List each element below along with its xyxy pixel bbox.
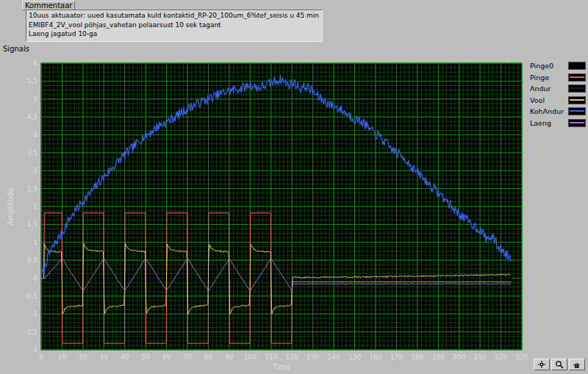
legend-item-label: Pinge0 bbox=[530, 62, 553, 70]
comment-line-3: Laeng jagatud 10-ga bbox=[29, 29, 320, 39]
comment-line-2: EMIBF4_2V_vool põhjas_vahetan polaarsust… bbox=[29, 21, 320, 30]
svg-text:230: 230 bbox=[515, 353, 528, 361]
chart-plot-area[interactable]: 0102030405060708090100110120130140150160… bbox=[6, 54, 528, 370]
svg-text:200: 200 bbox=[453, 353, 465, 361]
svg-text:150: 150 bbox=[348, 353, 361, 361]
svg-text:0: 0 bbox=[39, 353, 43, 361]
svg-text:100: 100 bbox=[244, 353, 257, 361]
legend-item-kohandur[interactable]: KohAndur bbox=[530, 106, 586, 118]
svg-text:10: 10 bbox=[58, 353, 67, 361]
svg-text:2,5: 2,5 bbox=[27, 185, 37, 193]
svg-text:4: 4 bbox=[33, 132, 37, 139]
svg-text:190: 190 bbox=[432, 353, 445, 361]
svg-text:140: 140 bbox=[328, 353, 340, 361]
magnifier-icon bbox=[555, 360, 564, 369]
svg-text:3,5: 3,5 bbox=[27, 149, 37, 157]
svg-text:60: 60 bbox=[162, 353, 171, 361]
comment-label: Kommentaar bbox=[22, 1, 75, 10]
hand-icon bbox=[573, 360, 581, 369]
legend-item-andur[interactable]: Andur bbox=[530, 83, 586, 95]
svg-text:110: 110 bbox=[265, 353, 277, 361]
legend-color-sample bbox=[568, 62, 586, 70]
chart-legend: Pinge0PingeAndurVoolKohAndurLaeng bbox=[530, 60, 586, 129]
svg-text:-0,5: -0,5 bbox=[24, 292, 37, 300]
legend-color-sample bbox=[568, 73, 586, 82]
svg-text:170: 170 bbox=[390, 353, 403, 361]
legend-item-laeng[interactable]: Laeng bbox=[530, 118, 586, 129]
svg-text:220: 220 bbox=[495, 353, 507, 361]
svg-text:50: 50 bbox=[141, 353, 150, 361]
legend-item-label: Laeng bbox=[530, 119, 551, 127]
svg-text:40: 40 bbox=[121, 353, 129, 361]
legend-item-label: Pinge bbox=[530, 73, 549, 82]
svg-text:3: 3 bbox=[33, 167, 37, 174]
legend-item-vool[interactable]: Vool bbox=[530, 95, 586, 107]
svg-text:6: 6 bbox=[33, 60, 37, 67]
svg-text:120: 120 bbox=[286, 353, 298, 361]
legend-color-sample bbox=[568, 84, 586, 93]
legend-color-sample bbox=[568, 119, 586, 127]
signals-label: Signals bbox=[3, 45, 29, 53]
comment-line-1: 10uus aktuaator: uued kasutamata kuld ko… bbox=[29, 11, 320, 21]
svg-text:-1: -1 bbox=[31, 310, 37, 317]
legend-item-label: Andur bbox=[530, 84, 551, 93]
legend-color-sample bbox=[568, 96, 586, 104]
svg-text:-2: -2 bbox=[31, 346, 37, 353]
svg-text:5: 5 bbox=[33, 96, 37, 103]
svg-text:130: 130 bbox=[306, 353, 319, 361]
svg-text:5,5: 5,5 bbox=[27, 77, 37, 84]
svg-text:1: 1 bbox=[33, 239, 37, 246]
svg-text:1,5: 1,5 bbox=[27, 220, 37, 228]
pan-tool-button[interactable] bbox=[569, 359, 585, 370]
svg-text:0,5: 0,5 bbox=[27, 256, 37, 264]
svg-text:210: 210 bbox=[474, 353, 487, 361]
legend-color-sample bbox=[568, 107, 586, 115]
waveform-chart[interactable]: 0102030405060708090100110120130140150160… bbox=[6, 54, 528, 370]
comment-box[interactable]: 10uus aktuaator: uued kasutamata kuld ko… bbox=[26, 10, 323, 42]
legend-item-pinge[interactable]: Pinge bbox=[530, 72, 586, 84]
legend-item-label: Vool bbox=[530, 96, 545, 104]
svg-text:2: 2 bbox=[33, 203, 37, 210]
svg-text:0: 0 bbox=[33, 275, 37, 282]
svg-text:-1,5: -1,5 bbox=[24, 328, 37, 336]
svg-text:30: 30 bbox=[100, 353, 109, 361]
svg-text:180: 180 bbox=[411, 353, 423, 361]
svg-text:160: 160 bbox=[369, 353, 381, 361]
svg-text:4,5: 4,5 bbox=[27, 113, 37, 121]
svg-text:90: 90 bbox=[225, 353, 234, 361]
legend-item-pinge0[interactable]: Pinge0 bbox=[530, 60, 586, 72]
legend-item-label: KohAndur bbox=[530, 107, 564, 115]
svg-text:80: 80 bbox=[204, 353, 213, 361]
graph-palette bbox=[534, 359, 585, 370]
cursor-tool-button[interactable] bbox=[534, 359, 550, 370]
svg-text:Amplitude: Amplitude bbox=[7, 187, 15, 225]
zoom-tool-button[interactable] bbox=[551, 359, 567, 370]
crosshair-icon bbox=[537, 360, 546, 369]
svg-text:70: 70 bbox=[183, 353, 192, 361]
svg-text:20: 20 bbox=[79, 353, 87, 361]
svg-text:Time: Time bbox=[272, 363, 290, 370]
